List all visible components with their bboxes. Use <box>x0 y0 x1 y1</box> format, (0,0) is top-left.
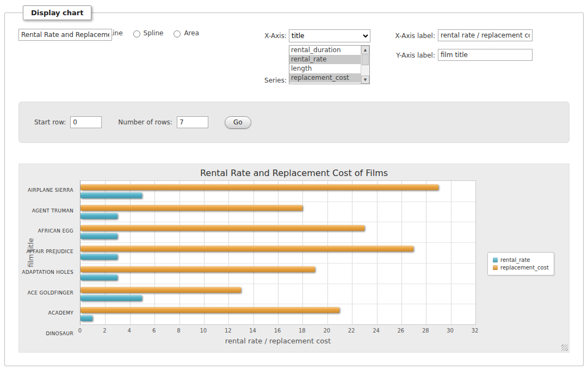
num-rows-label: Number of rows: <box>118 118 172 126</box>
gridline <box>352 181 352 324</box>
gridline <box>451 181 451 324</box>
x-tick-label: 30 <box>440 328 461 334</box>
series-option-replacement_cost[interactable]: replacement_cost <box>289 73 361 83</box>
rows-panel: Start row: Number of rows: Go <box>18 102 570 143</box>
chart-controls: BarColumnLineSplineArea Stacked X-Axis: … <box>18 29 570 90</box>
x-tick-label: 14 <box>242 328 264 334</box>
bar-replacement_cost <box>81 184 438 190</box>
x-axis-select-label: X-Axis: <box>247 32 287 40</box>
chart-x-tick-labels: 02468101214161820222426283032 <box>80 328 476 335</box>
chart-type-area[interactable]: Area <box>171 29 199 37</box>
chart-type-spline[interactable]: Spline <box>131 29 164 37</box>
x-tick-label: 12 <box>217 328 239 334</box>
x-tick-label: 6 <box>143 328 165 334</box>
gridline <box>180 181 180 324</box>
gridline <box>228 181 229 324</box>
category-label: AGENT TRUMAN <box>19 201 73 222</box>
scroll-up-icon[interactable]: ▲ <box>361 46 369 54</box>
chart-title-input[interactable] <box>18 29 112 41</box>
x-tick-label: 10 <box>193 328 214 334</box>
x-tick-label: 28 <box>414 328 436 334</box>
bar-rental_rate <box>81 233 117 239</box>
category-label: AFFAIR PREJUDICE <box>19 242 73 262</box>
x-tick-label: 4 <box>119 328 140 334</box>
x-tick-label: 24 <box>366 328 387 334</box>
bar-replacement_cost <box>81 287 241 293</box>
gridline <box>302 181 303 324</box>
gridline <box>401 181 402 324</box>
y-axis-label-label: Y-Axis label: <box>386 52 435 59</box>
chart-category-labels: AIRPLANE SIERRAAGENT TRUMANAFRICAN EGGAF… <box>19 180 77 325</box>
x-tick-label: 22 <box>341 328 362 334</box>
chart-type-radio[interactable] <box>133 30 140 37</box>
category-label: ACE GOLDFINGER <box>19 283 73 304</box>
series-multiselect[interactable]: rental_durationrental_ratelengthreplacem… <box>289 45 370 84</box>
gridline <box>253 181 254 324</box>
x-axis-select[interactable]: title <box>289 29 370 42</box>
bar-replacement_cost <box>81 266 315 272</box>
chart-legend: rental_ratereplacement_cost <box>487 252 554 275</box>
gridline <box>426 181 426 324</box>
category-label: ACADEMY DINOSAUR <box>19 303 73 324</box>
gridline <box>81 284 475 284</box>
bar-rental_rate <box>81 192 142 198</box>
series-option-rental_rate[interactable]: rental_rate <box>289 55 361 64</box>
bar-replacement_cost <box>81 205 302 211</box>
x-tick-label: 18 <box>291 328 313 334</box>
start-row-input[interactable] <box>70 116 102 128</box>
category-label: AIRPLANE SIERRA <box>19 180 73 201</box>
y-axis-label-input[interactable] <box>438 49 533 61</box>
bar-replacement_cost <box>81 225 364 231</box>
legend-item-replacement_cost[interactable]: replacement_cost <box>493 265 549 271</box>
x-axis-label-input[interactable] <box>438 29 533 41</box>
resize-handle-icon[interactable] <box>561 344 568 351</box>
bar-rental_rate <box>81 295 142 301</box>
bar-replacement_cost <box>81 307 339 313</box>
gridline <box>81 242 475 243</box>
legend-swatch-icon <box>493 265 498 270</box>
bar-replacement_cost <box>81 246 413 252</box>
legend-item-rental_rate[interactable]: rental_rate <box>493 257 549 263</box>
gridline <box>327 181 328 324</box>
gridline <box>278 181 278 324</box>
panel-title: Display chart <box>23 5 91 20</box>
go-button[interactable]: Go <box>225 116 251 129</box>
x-tick-label: 8 <box>168 328 190 334</box>
gridline <box>81 304 475 304</box>
x-tick-label: 20 <box>316 328 338 334</box>
chart-title: Rental Rate and Replacement Cost of Film… <box>19 168 569 178</box>
scroll-down-icon[interactable]: ▼ <box>361 76 369 84</box>
bar-rental_rate <box>81 315 92 321</box>
x-tick-label: 2 <box>94 328 115 334</box>
plot-area <box>80 180 476 325</box>
bar-rental_rate <box>81 254 117 260</box>
scrollbar-thumb[interactable] <box>362 54 369 65</box>
series-option-length[interactable]: length <box>289 64 361 73</box>
x-tick-label: 16 <box>267 328 288 334</box>
x-axis-label-label: X-Axis label: <box>386 32 435 40</box>
display-chart-panel: Display chart BarColumnLineSplineArea St… <box>4 5 584 366</box>
gridline <box>204 181 205 324</box>
num-rows-input[interactable] <box>177 116 208 128</box>
series-scrollbar[interactable]: ▲ ▼ <box>361 46 369 84</box>
series-options: rental_durationrental_ratelengthreplacem… <box>289 46 361 84</box>
series-option-rental_duration[interactable]: rental_duration <box>289 46 361 55</box>
x-tick-label: 26 <box>390 328 412 334</box>
gridline <box>154 181 155 324</box>
gridline <box>81 222 475 222</box>
gridline <box>81 202 475 202</box>
gridline <box>81 263 475 264</box>
x-tick-label: 32 <box>464 328 486 334</box>
chart-type-radio[interactable] <box>174 30 181 37</box>
category-label: AFRICAN EGG <box>19 221 73 242</box>
gridline <box>377 181 377 324</box>
series-list-label: Series: <box>247 77 287 84</box>
start-row-label: Start row: <box>34 118 66 126</box>
gridline <box>105 181 106 324</box>
category-label: ADAPTATION HOLES <box>19 262 73 283</box>
chart-x-axis-title: rental rate / replacement cost <box>80 337 476 345</box>
legend-swatch-icon <box>493 258 498 262</box>
chart: Rental Rate and Replacement Cost of Film… <box>18 164 570 353</box>
bar-rental_rate <box>81 213 117 219</box>
gridline <box>130 181 131 324</box>
